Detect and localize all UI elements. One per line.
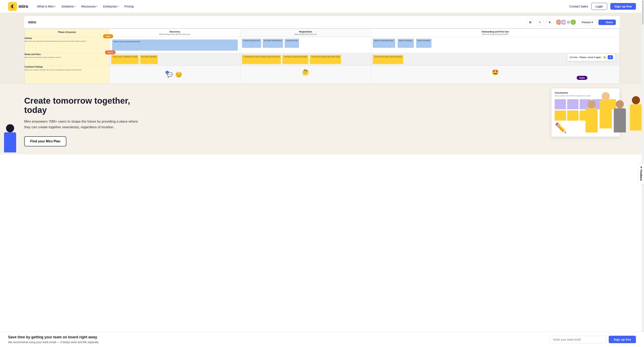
chevron-down-icon: ▾ <box>74 5 76 8</box>
sticky-note[interactable]: Explore workspace <box>398 39 414 48</box>
phase-header: Phase of journey <box>26 31 108 33</box>
feeling-emoji-3: 🤩 <box>491 67 500 78</box>
discovery-header: Discovery Why do they even start the jou… <box>110 29 240 37</box>
chevron-down-icon: ▾ <box>592 21 593 24</box>
nav-resources[interactable]: Resources ▾ <box>79 3 100 10</box>
feelings-registration-cell: 🤔 <box>240 66 371 84</box>
mini-sticky <box>555 99 566 109</box>
sticky-note[interactable]: Explore templates <box>416 39 432 48</box>
collaborators-avatars: K M 12 J <box>556 19 576 25</box>
sticky-note[interactable]: I trust this can help me get my job done <box>373 55 404 64</box>
scrollbar-thumb[interactable] <box>642 0 644 24</box>
share-button[interactable]: 👤 Share <box>598 20 616 25</box>
needs-phase-cell: Needs and Pains What does the customer w… <box>24 53 110 66</box>
scrollbar[interactable] <box>642 0 644 154</box>
emoji-icon: 🙂 <box>603 56 606 59</box>
feelings-onboarding-cell: 🤩 <box>371 66 620 84</box>
canvas-area: miro ⊞ ↖ 🖱 K M 12 J Present ▾ 👤 Share <box>0 13 644 84</box>
sticky-note[interactable]: We rarely collaborate <box>140 55 158 64</box>
hero-title: Create tomorrow together, today <box>24 96 145 115</box>
nav-what-is-miro[interactable]: What is Miro ▾ <box>35 3 58 10</box>
sticky-note[interactable]: Watch an onboarding video. <box>373 39 395 48</box>
actions-phase-cell: Actions What does the customer do? What … <box>24 37 110 53</box>
chevron-down-icon: ▾ <box>118 5 119 8</box>
contact-sales-link[interactable]: Contact Sales <box>569 5 588 8</box>
sticky-note[interactable]: Two factor authentication <box>263 39 283 48</box>
hero-text: Create tomorrow together, today Miro emp… <box>24 96 145 146</box>
sticky-note[interactable]: Starts to work remotely with the team <box>112 40 238 50</box>
canvas-controls: ⊞ ↖ 🖱 K M 12 J Present ▾ 👤 Share <box>527 18 616 26</box>
logo-icon <box>8 2 17 11</box>
canvas-title: miro <box>28 20 36 24</box>
cursor-chris: Chris <box>105 50 116 54</box>
feelings-row: Customer Feelings What is the customer f… <box>24 66 620 84</box>
mini-sticky <box>567 99 578 109</box>
feeling-emoji-1: 😒 <box>174 69 183 80</box>
nav-pricing[interactable]: Pricing <box>122 3 136 10</box>
navigation: miro What is Miro ▾ Solutions ▾ Resource… <box>0 0 644 13</box>
nav-right: Contact Sales Login Sign up free <box>569 3 636 10</box>
actions-discovery-cell: Starts to work remotely with the team <box>110 37 240 53</box>
mini-sticky <box>567 110 578 120</box>
login-button[interactable]: Login <box>592 3 607 10</box>
registration-needs-stickies: I understand how this can help me get my… <box>240 53 371 66</box>
sticky-note[interactable]: Confirm free trial <box>285 39 299 48</box>
feelings-phase-cell: Customer Feelings What is the customer f… <box>24 66 110 84</box>
signup-button[interactable]: Sign up free <box>610 3 636 10</box>
sticky-note[interactable]: I want a way to collaborate visually <box>111 55 138 64</box>
figure-1 <box>584 100 600 140</box>
actions-onboarding-cell: Watch an onboarding video. Explore works… <box>371 37 620 53</box>
feeling-emoji-2: 🤔 <box>301 67 310 78</box>
comment-text: Please, check it again. <box>580 56 602 58</box>
canvas-toolbar: miro ⊞ ↖ 🖱 K M 12 J Present ▾ 👤 Share <box>24 16 620 28</box>
figure-left <box>0 122 20 154</box>
nav-links: What is Miro ▾ Solutions ▾ Resources ▾ E… <box>35 3 570 10</box>
figure-2 <box>598 92 614 140</box>
onboarding-stickies: Watch an onboarding video. Explore works… <box>371 37 620 50</box>
chevron-down-icon: ▾ <box>96 5 98 8</box>
onboarding-header: Onboarding and First Use How can they fe… <box>371 29 620 37</box>
main-content: miro ⊞ ↖ 🖱 K M 12 J Present ▾ 👤 Share <box>0 13 644 154</box>
sticky-note[interactable]: I understand how this can help me get my… <box>242 55 281 64</box>
registration-stickies: Connect social account Two factor authen… <box>240 37 371 50</box>
cursor-juan: Juan <box>103 34 113 38</box>
sticky-note[interactable]: I worry about having to pay before tryin… <box>310 55 341 64</box>
needs-registration-cell: I understand how this can help me get my… <box>240 53 371 66</box>
discovery-needs-stickies: I want a way to collaborate visually We … <box>110 53 240 66</box>
feelings-discovery-cell: 💬 3 😒 <box>110 66 240 84</box>
hero-illustrations <box>584 84 644 140</box>
hero-section: Create tomorrow together, today Miro emp… <box>0 84 644 154</box>
nav-solutions[interactable]: Solutions ▾ <box>59 3 78 10</box>
comment-bubble: @Cattie Please, check it again. 🙂 ➤ <box>567 54 616 61</box>
comment-send-button[interactable]: ➤ <box>608 55 613 59</box>
journey-table: Phase of journey Discovery Why do they e… <box>24 29 620 84</box>
needs-row: Needs and Pains What does the customer w… <box>24 53 620 66</box>
pointer-tool-button[interactable]: 🖱 <box>546 18 553 26</box>
hero-description: Miro empowers 70M+ users to shape the fu… <box>24 119 145 130</box>
needs-discovery-cell: I want a way to collaborate visually We … <box>110 53 240 66</box>
chevron-down-icon: ▾ <box>55 5 56 8</box>
cursor-sadie: Sadie <box>577 76 587 80</box>
sticky-note[interactable]: I don't give up any personal data <box>282 55 308 64</box>
find-plan-button[interactable]: Find your Miro Plan <box>24 136 66 146</box>
comment-mention: @Cattie <box>570 56 578 58</box>
nav-enterprise[interactable]: Enterprise ▾ <box>100 3 121 10</box>
grid-tool-button[interactable]: ⊞ <box>527 18 534 26</box>
comment-icon[interactable]: 💬 3 <box>167 72 173 78</box>
share-icon: 👤 <box>601 21 604 24</box>
logo[interactable]: miro <box>8 2 28 11</box>
sticky-note[interactable]: Connect social account <box>242 39 261 48</box>
board-container: Juan Chris Sadie @Cattie Please, check i… <box>24 28 620 84</box>
logo-text: miro <box>18 4 28 9</box>
registration-header: Registration Why would they trust us? <box>240 29 371 37</box>
cursor-tool-button[interactable]: ↖ <box>536 18 544 26</box>
avatar-3: J <box>570 19 576 25</box>
present-button[interactable]: Present ▾ <box>579 19 596 25</box>
mini-sticky <box>555 110 566 120</box>
figure-3 <box>612 100 628 140</box>
actions-registration-cell: Connect social account Two factor authen… <box>240 37 371 53</box>
